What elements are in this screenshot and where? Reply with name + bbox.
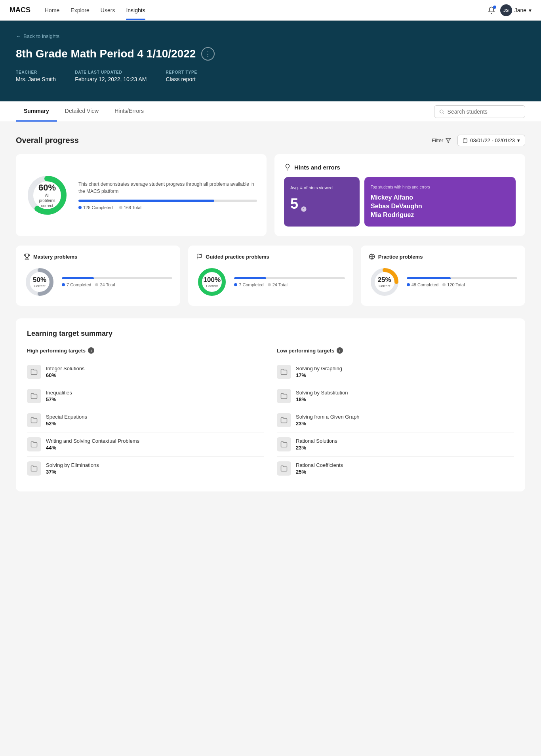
nav-explore[interactable]: Explore xyxy=(70,1,89,20)
mastery-completed: 7 Completed xyxy=(62,282,91,287)
guided-total: 24 Total xyxy=(268,282,288,287)
tabs-bar: Summary Detailed View Hints/Errors xyxy=(0,101,541,122)
hints-title: Hints and errors xyxy=(284,164,516,171)
problem-type-grid: Mastery problems 50% Correct xyxy=(16,246,525,306)
teacher-meta: TEACHER Mrs. Jane Smith xyxy=(16,70,56,82)
mastery-title: Mastery problems xyxy=(24,253,172,260)
nav-right: JS Jane ▾ xyxy=(488,4,531,16)
nav-home[interactable]: Home xyxy=(45,1,59,20)
notification-bell[interactable] xyxy=(488,6,495,14)
calendar-icon xyxy=(463,138,468,143)
info-icon xyxy=(301,206,307,212)
hints-avg-card: Avg. # of hints viewed 5 xyxy=(284,177,360,227)
tab-detailed-view[interactable]: Detailed View xyxy=(57,101,107,122)
date-label: DATE LAST UPDATED xyxy=(75,70,147,74)
hints-top-label: Top students with hints and errors xyxy=(371,185,509,189)
guided-bar-fill xyxy=(234,277,266,279)
mastery-problems-card: Mastery problems 50% Correct xyxy=(16,246,180,306)
main-content: Overall progress Filter 03/01/22 - 02/01… xyxy=(0,122,541,504)
progress-hints-grid: 60% All problems correct This chart demo… xyxy=(16,154,525,236)
mastery-donut: 50% Correct xyxy=(24,266,55,298)
low-folder-icon-4 xyxy=(277,461,291,476)
search-icon xyxy=(439,109,444,114)
mastery-body: 50% Correct 7 Completed 24 Total xyxy=(24,266,172,298)
progress-legend: 128 Completed 168 Total xyxy=(78,205,257,210)
targets-grid: High performing targets i Integer Soluti… xyxy=(27,347,514,480)
practice-title: Practice problems xyxy=(369,253,517,260)
low-folder-icon-3 xyxy=(277,437,291,451)
report-value: Class report xyxy=(166,76,195,82)
high-target-3: Writing and Solving Contextual Problems … xyxy=(27,432,264,457)
date-meta: DATE LAST UPDATED February 12, 2022, 10:… xyxy=(75,70,147,82)
tab-summary[interactable]: Summary xyxy=(16,101,57,122)
high-performing-title: High performing targets i xyxy=(27,347,264,354)
guided-stats: 7 Completed 24 Total xyxy=(234,277,345,287)
target-folder-icon-0 xyxy=(27,365,41,379)
back-to-insights[interactable]: Back to insights xyxy=(16,33,525,39)
nav-links: Home Explore Users Insights xyxy=(45,1,488,20)
flag-icon xyxy=(196,253,202,260)
low-folder-icon-1 xyxy=(277,389,291,403)
overall-donut-sub: All problems correct xyxy=(36,192,58,208)
low-target-info-3: Rational Solutions 23% xyxy=(296,438,337,451)
search-input[interactable] xyxy=(448,109,520,115)
target-folder-icon-4 xyxy=(27,461,41,476)
nav-users[interactable]: Users xyxy=(101,1,115,20)
guided-donut-label: 100% Correct xyxy=(204,276,221,288)
svg-point-0 xyxy=(440,110,443,113)
practice-stats: 48 Completed 120 Total xyxy=(407,277,517,287)
overall-donut: 60% All problems correct xyxy=(25,173,69,217)
guided-practice-card: Guided practice problems 100% Correct xyxy=(188,246,352,306)
teacher-value: Mrs. Jane Smith xyxy=(16,76,56,82)
guided-legend: 7 Completed 24 Total xyxy=(234,282,345,287)
guided-bar xyxy=(234,277,345,279)
date-range-button[interactable]: 03/01/22 - 02/01/23 ▾ xyxy=(457,135,525,146)
low-folder-icon-0 xyxy=(277,365,291,379)
page-title: 8th Grade Math Period 4 1/10/2022 xyxy=(16,48,196,60)
hint-student-0: Mickey Alfano xyxy=(371,194,509,201)
chevron-down-icon: ▾ xyxy=(529,7,531,13)
overall-donut-label: 60% All problems correct xyxy=(36,182,58,208)
practice-donut-label: 25% Correct xyxy=(378,276,391,288)
learning-targets-section: Learning target summary High performing … xyxy=(16,318,525,491)
hints-avg-label: Avg. # of hints viewed xyxy=(290,185,353,191)
mastery-total: 24 Total xyxy=(95,282,115,287)
user-menu[interactable]: JS Jane ▾ xyxy=(500,4,531,16)
low-target-info-4: Rational Coefficients 25% xyxy=(296,462,343,475)
high-target-1: Inequalities 57% xyxy=(27,384,264,408)
low-target-2: Solving from a Given Graph 23% xyxy=(277,408,514,432)
practice-bar xyxy=(407,277,517,279)
overall-donut-pct: 60% xyxy=(36,182,58,192)
meta-row: TEACHER Mrs. Jane Smith DATE LAST UPDATE… xyxy=(16,70,525,82)
low-info-icon[interactable]: i xyxy=(337,347,343,354)
hints-top-card: Top students with hints and errors Micke… xyxy=(364,177,516,227)
nav-insights[interactable]: Insights xyxy=(126,1,145,20)
hints-title-text: Hints and errors xyxy=(294,164,340,171)
practice-problems-card: Practice problems 25% Correct xyxy=(361,246,525,306)
high-target-4: Solving by Eliminations 37% xyxy=(27,457,264,480)
overall-progress-fill xyxy=(78,200,214,202)
filter-button[interactable]: Filter xyxy=(432,137,451,143)
practice-bar-fill xyxy=(407,277,451,279)
low-folder-icon-2 xyxy=(277,413,291,427)
target-info-1: Inequalities 57% xyxy=(46,390,72,402)
lightbulb-icon xyxy=(284,164,291,171)
hint-student-1: Sebas DeVaughn xyxy=(371,203,509,210)
high-target-2: Special Equations 52% xyxy=(27,408,264,432)
guided-completed: 7 Completed xyxy=(234,282,263,287)
tabs: Summary Detailed View Hints/Errors xyxy=(16,101,434,122)
guided-body: 100% Correct 7 Completed 24 Total xyxy=(196,266,345,298)
teacher-label: TEACHER xyxy=(16,70,56,74)
report-label: REPORT TYPE xyxy=(166,70,197,74)
overall-description: This chart demonstrates average student … xyxy=(78,181,257,195)
target-folder-icon-3 xyxy=(27,437,41,451)
hints-avg-num: 5 xyxy=(290,196,353,212)
target-info-3: Writing and Solving Contextual Problems … xyxy=(46,438,139,451)
search-box[interactable] xyxy=(434,105,525,118)
guided-title: Guided practice problems xyxy=(196,253,345,260)
low-target-info-1: Solving by Substitution 18% xyxy=(296,390,348,402)
more-options-button[interactable]: ⋮ xyxy=(201,47,215,61)
low-performing-title: Low performing targets i xyxy=(277,347,514,354)
tab-hints-errors[interactable]: Hints/Errors xyxy=(107,101,152,122)
high-info-icon[interactable]: i xyxy=(88,347,94,354)
